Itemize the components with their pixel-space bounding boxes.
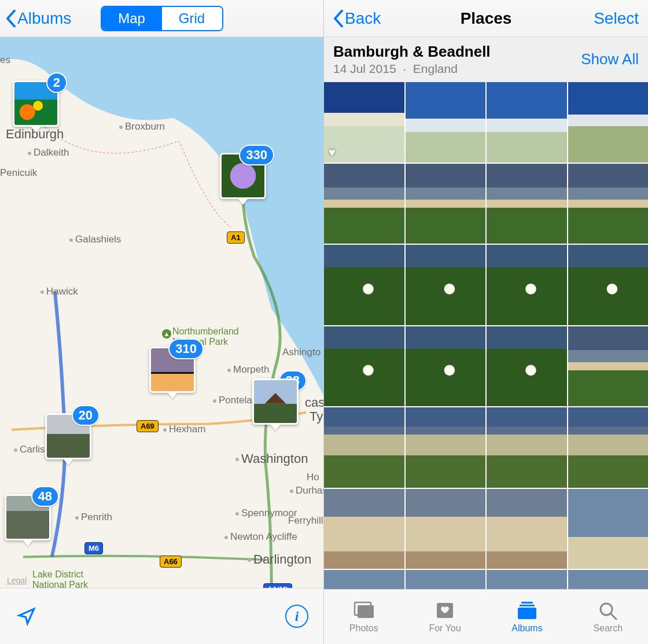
chevron-left-icon (6, 10, 16, 27)
photo-thumbnail[interactable] (406, 570, 486, 589)
photo-grid: ♥ (324, 82, 648, 589)
show-all-button[interactable]: Show All (581, 50, 639, 68)
map-label: Dalkeith (28, 147, 69, 159)
tab-label: Photos (349, 623, 378, 634)
select-button[interactable]: Select (594, 9, 639, 28)
tab-photos[interactable]: Photos (349, 600, 378, 634)
map-label: Ferryhill (288, 515, 323, 527)
albums-icon (515, 600, 539, 621)
photo-thumbnail[interactable] (406, 489, 486, 569)
park-label: Lake District (32, 569, 83, 580)
photo-thumbnail[interactable] (324, 164, 404, 244)
photo-thumbnail[interactable] (487, 245, 567, 325)
map-label: Galashiels (69, 234, 121, 245)
for-you-icon (433, 600, 457, 621)
section-subtitle: 14 Jul 2015 · England (333, 62, 491, 76)
map-photo-pin[interactable]: 38 (252, 378, 299, 430)
photo-thumbnail[interactable] (568, 245, 649, 325)
segment-grid[interactable]: Grid (162, 7, 222, 30)
photo-grid-area[interactable]: ♥ (324, 82, 648, 589)
photo-thumbnail[interactable] (568, 489, 649, 569)
svg-rect-5 (518, 608, 536, 619)
road-shield: M6 (84, 542, 103, 554)
photo-thumbnail[interactable] (487, 326, 567, 407)
photo-thumbnail[interactable] (406, 326, 486, 407)
photo-thumbnail[interactable] (324, 407, 404, 488)
section-title: Bamburgh & Beadnell (333, 43, 491, 61)
map-photo-pin[interactable]: 20 (45, 413, 91, 465)
park-badge-icon: ▲ (162, 329, 171, 338)
photo-thumbnail[interactable] (487, 570, 567, 589)
search-icon (596, 600, 620, 621)
road-shield: A69 (137, 420, 159, 432)
photo-thumbnail[interactable] (568, 326, 649, 407)
photo-thumbnail[interactable] (487, 407, 567, 488)
map-photo-pin[interactable]: 310 (149, 347, 196, 399)
park-label: National Park (32, 580, 88, 588)
photo-thumbnail[interactable] (568, 164, 649, 244)
photo-thumbnail[interactable] (568, 407, 649, 488)
map-label: Darlington (248, 552, 311, 567)
photo-thumbnail[interactable] (487, 164, 567, 244)
road-shield: A1(M) (263, 583, 292, 588)
back-label: Albums (17, 9, 71, 28)
view-segmented-control[interactable]: Map Grid (101, 6, 223, 31)
map-pane: Albums Map Grid es Edinburgh Dalkeith Pe… (0, 0, 324, 644)
svg-rect-1 (358, 605, 374, 618)
photo-thumbnail[interactable] (324, 326, 404, 407)
legal-link[interactable]: Legal (7, 576, 27, 585)
map-canvas[interactable]: es Edinburgh Dalkeith Penicuik Broxburn … (0, 37, 323, 588)
map-label: Broxburn (119, 121, 165, 133)
photo-thumbnail[interactable] (324, 245, 404, 325)
nav-bar: Albums Map Grid (0, 0, 323, 37)
road-shield: A66 (160, 555, 182, 568)
photo-thumbnail[interactable] (406, 82, 486, 163)
chevron-left-icon (333, 10, 344, 27)
photo-thumbnail[interactable] (324, 489, 404, 569)
photo-thumbnail[interactable] (487, 489, 567, 569)
svg-rect-3 (521, 602, 533, 603)
map-label: Penrith (75, 511, 112, 523)
map-label: Morpeth (227, 364, 269, 376)
locate-me-button[interactable] (15, 605, 38, 628)
map-label: Washington (235, 451, 308, 466)
grid-pane: Back Places Select Bamburgh & Beadnell 1… (324, 0, 648, 644)
photo-thumbnail[interactable] (406, 164, 486, 244)
pin-thumbnail (252, 378, 299, 425)
tab-for-you[interactable]: For You (429, 600, 461, 634)
photo-thumbnail[interactable] (406, 245, 486, 325)
tab-albums[interactable]: Albums (511, 600, 542, 634)
photo-thumbnail[interactable]: ♥ (324, 82, 404, 163)
section-header: Bamburgh & Beadnell 14 Jul 2015 · Englan… (324, 37, 648, 82)
pin-count-badge: 330 (239, 145, 274, 165)
location-arrow-icon (17, 606, 36, 626)
photo-thumbnail[interactable] (568, 82, 649, 163)
map-label: cas (305, 395, 323, 410)
photo-thumbnail[interactable] (406, 407, 486, 488)
back-label: Back (345, 9, 381, 28)
nav-bar: Back Places Select (324, 0, 648, 37)
segment-map[interactable]: Map (102, 7, 162, 30)
svg-rect-4 (520, 605, 535, 606)
pin-count-badge: 2 (46, 72, 67, 93)
map-photo-pin[interactable]: 330 (220, 153, 266, 205)
photo-thumbnail[interactable] (568, 570, 649, 589)
map-label: Newton Aycliffe (224, 531, 297, 543)
info-button[interactable]: i (285, 605, 308, 628)
pin-count-badge: 20 (72, 405, 100, 426)
map-label: Hexham (163, 424, 205, 435)
map-label: Ashingto (282, 347, 321, 358)
tab-label: For You (429, 623, 461, 634)
photo-thumbnail[interactable] (324, 570, 404, 589)
svg-line-7 (611, 614, 616, 619)
back-button[interactable]: Albums (6, 9, 71, 28)
tab-search[interactable]: Search (593, 600, 623, 634)
photo-thumbnail[interactable] (487, 82, 567, 163)
map-photo-pin[interactable]: 48 (5, 494, 51, 546)
map-label: Hawick (41, 286, 78, 297)
map-toolbar: i (0, 588, 323, 644)
pin-count-badge: 48 (31, 486, 59, 507)
map-label: Durham (290, 485, 323, 496)
back-button[interactable]: Back (333, 9, 381, 28)
map-photo-pin[interactable]: 2 (13, 80, 59, 133)
